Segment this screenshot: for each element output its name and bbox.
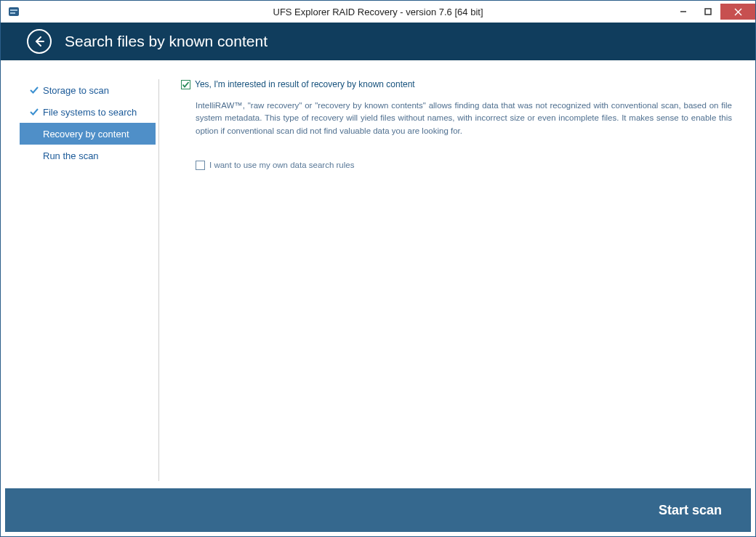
sidebar-item-label: File systems to search: [43, 107, 137, 118]
close-button[interactable]: [720, 4, 755, 20]
sidebar-item-recovery[interactable]: Recovery by content: [20, 123, 156, 145]
option-description: IntelliRAW™, "raw recovery" or "recovery…: [181, 100, 732, 137]
sidebar-item-label: Run the scan: [43, 150, 99, 161]
sidebar-item-run[interactable]: Run the scan: [20, 145, 156, 166]
svg-rect-2: [10, 12, 15, 14]
minimize-button[interactable]: [671, 4, 696, 20]
app-icon: [8, 6, 20, 17]
checkbox-recovery-by-content[interactable]: [181, 80, 190, 89]
svg-rect-1: [10, 9, 17, 11]
arrow-left-icon: [33, 36, 45, 47]
svg-rect-0: [9, 7, 19, 16]
blank-icon: [30, 151, 39, 160]
checkbox-own-rules[interactable]: [196, 161, 205, 170]
option-recovery-by-content: Yes, I'm interested in result of recover…: [181, 79, 732, 89]
header: Search files by known content: [1, 23, 755, 60]
check-icon: [30, 86, 39, 94]
sidebar-item-label: Storage to scan: [43, 85, 109, 96]
page-title: Search files by known content: [65, 33, 268, 50]
sidebar-item-filesystems[interactable]: File systems to search: [20, 101, 156, 123]
window-title: UFS Explorer RAID Recovery - version 7.6…: [1, 7, 755, 17]
back-button[interactable]: [27, 29, 52, 54]
footer: Start scan: [5, 488, 751, 532]
svg-rect-4: [705, 9, 711, 15]
blank-icon: [30, 129, 39, 138]
titlebar: UFS Explorer RAID Recovery - version 7.6…: [1, 1, 755, 23]
maximize-button[interactable]: [696, 4, 720, 20]
sidebar-item-storage[interactable]: Storage to scan: [20, 79, 156, 101]
option-own-rules: I want to use my own data search rules: [181, 161, 732, 170]
start-scan-button[interactable]: Start scan: [659, 503, 722, 518]
option-label: I want to use my own data search rules: [209, 161, 354, 169]
option-label: Yes, I'm interested in result of recover…: [195, 79, 415, 89]
check-icon: [30, 108, 39, 116]
window-controls: [671, 4, 755, 20]
content-panel: Yes, I'm interested in result of recover…: [159, 79, 744, 481]
checkmark-icon: [182, 81, 190, 89]
sidebar: Storage to scan File systems to search R…: [20, 79, 159, 481]
main-content: Storage to scan File systems to search R…: [1, 60, 755, 488]
sidebar-item-label: Recovery by content: [43, 129, 129, 140]
